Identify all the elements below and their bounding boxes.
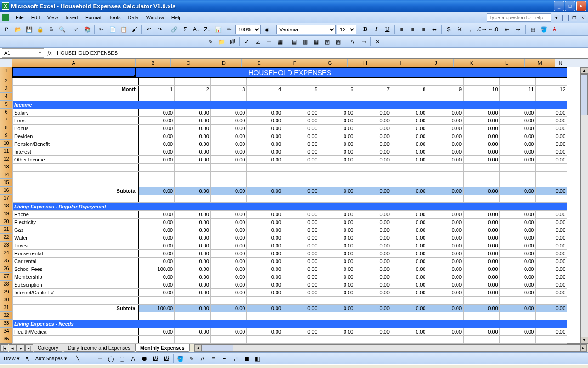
cell[interactable]: 8: [391, 86, 427, 93]
cell[interactable]: 0.00: [247, 281, 283, 289]
percent-icon[interactable]: %: [455, 24, 465, 34]
cell[interactable]: Health/Medical: [13, 328, 139, 336]
cell[interactable]: [13, 172, 139, 179]
cell[interactable]: 0.00: [138, 258, 175, 265]
help-dropdown-icon[interactable]: ▾: [554, 15, 560, 21]
cell[interactable]: [427, 179, 464, 187]
cell[interactable]: 0.00: [210, 140, 247, 148]
row-header[interactable]: 26: [0, 265, 12, 273]
cell[interactable]: 0.00: [536, 218, 567, 226]
cell[interactable]: [355, 336, 391, 344]
cell[interactable]: 0.00: [210, 132, 247, 140]
new-icon[interactable]: 🗋: [2, 24, 12, 34]
cell[interactable]: 0.00: [464, 250, 500, 258]
cell[interactable]: 0.00: [464, 148, 500, 156]
cell[interactable]: 0.00: [210, 109, 247, 117]
cell[interactable]: 1: [138, 86, 175, 93]
cell[interactable]: 0.00: [464, 328, 500, 336]
cell[interactable]: 0.00: [536, 273, 567, 281]
cell[interactable]: 0.00: [464, 234, 500, 242]
cell[interactable]: 0.00: [138, 187, 175, 195]
cell[interactable]: 0.00: [175, 109, 211, 117]
cell[interactable]: Electricity: [13, 218, 139, 226]
cell[interactable]: [13, 179, 139, 187]
column-header[interactable]: J: [418, 59, 454, 67]
cell[interactable]: [319, 164, 355, 172]
cell[interactable]: Gas: [13, 226, 139, 234]
sheet-tab-monthly[interactable]: Monthly Expenses: [135, 344, 190, 352]
cell[interactable]: [13, 297, 139, 305]
cell[interactable]: School Fees: [13, 265, 139, 273]
cell[interactable]: [283, 172, 319, 179]
scroll-right-icon[interactable]: ▸: [580, 345, 587, 351]
column-header[interactable]: M: [525, 59, 555, 67]
cell[interactable]: 0.00: [464, 109, 500, 117]
cell[interactable]: 0.00: [464, 289, 500, 297]
cell[interactable]: 0.00: [175, 305, 211, 312]
cell[interactable]: [319, 195, 355, 203]
cell[interactable]: 0.00: [210, 328, 247, 336]
cell[interactable]: 0.00: [427, 234, 464, 242]
cell[interactable]: [499, 336, 536, 344]
cell[interactable]: [138, 78, 175, 86]
cell[interactable]: 0.00: [391, 211, 427, 218]
cell[interactable]: [138, 164, 175, 172]
cell[interactable]: 0.00: [175, 187, 211, 195]
column-header[interactable]: C: [171, 59, 206, 67]
cell[interactable]: [355, 93, 391, 101]
cell[interactable]: 0.00: [355, 289, 391, 297]
menu-tools[interactable]: Tools: [105, 14, 124, 21]
cell[interactable]: [391, 78, 427, 86]
permission-icon[interactable]: 🔒: [35, 24, 45, 34]
fill-color-icon[interactable]: 🪣: [538, 24, 548, 34]
cell[interactable]: 0.00: [355, 140, 391, 148]
cell[interactable]: 0.00: [427, 218, 464, 226]
cell[interactable]: [210, 93, 247, 101]
cell[interactable]: 12: [536, 86, 567, 93]
cell[interactable]: [175, 195, 211, 203]
font-size-combo[interactable]: 12: [337, 25, 356, 34]
cell[interactable]: [247, 172, 283, 179]
cell[interactable]: 0.00: [319, 218, 355, 226]
row-header[interactable]: 11: [0, 148, 12, 155]
cell[interactable]: [138, 179, 175, 187]
cell[interactable]: 0.00: [499, 234, 536, 242]
cell[interactable]: 0.00: [319, 265, 355, 273]
cell[interactable]: 0.00: [138, 242, 175, 250]
sort-asc-icon[interactable]: A↓: [191, 24, 201, 34]
cell[interactable]: 0.00: [391, 156, 427, 164]
cell[interactable]: [13, 164, 139, 172]
cell[interactable]: [13, 78, 139, 86]
tb2-icon[interactable]: ▦: [275, 37, 285, 47]
drawing-icon[interactable]: ✏: [224, 24, 234, 34]
cell[interactable]: 0.00: [138, 117, 175, 125]
cell[interactable]: 0.00: [499, 281, 536, 289]
cell[interactable]: 0.00: [464, 218, 500, 226]
cell[interactable]: [210, 164, 247, 172]
cell[interactable]: [464, 164, 500, 172]
cell[interactable]: 0.00: [499, 258, 536, 265]
cell[interactable]: 0.00: [283, 148, 319, 156]
cell[interactable]: 0.00: [499, 289, 536, 297]
row-header[interactable]: 6: [0, 109, 12, 116]
cell[interactable]: 0.00: [283, 109, 319, 117]
cell[interactable]: [319, 93, 355, 101]
formula-input[interactable]: HOUSEHOLD EXPENSES: [55, 50, 588, 56]
cell[interactable]: 0.00: [536, 125, 567, 132]
cell[interactable]: 0.00: [536, 281, 567, 289]
cell[interactable]: 0.00: [355, 125, 391, 132]
save-icon[interactable]: 💾: [24, 24, 34, 34]
tab-nav-first-icon[interactable]: |◂: [0, 344, 8, 352]
cell[interactable]: 0.00: [138, 250, 175, 258]
cell[interactable]: 0.00: [355, 211, 391, 218]
cut-icon[interactable]: ✂: [96, 24, 107, 34]
tb2-icon[interactable]: ✎: [205, 37, 215, 47]
cell[interactable]: 0.00: [138, 289, 175, 297]
cell[interactable]: 0.00: [499, 117, 536, 125]
cell[interactable]: 0.00: [210, 226, 247, 234]
cell[interactable]: 0.00: [210, 258, 247, 265]
cell[interactable]: 0.00: [138, 273, 175, 281]
cell[interactable]: Other Income: [13, 156, 139, 164]
row-header[interactable]: 21: [0, 226, 12, 234]
cell[interactable]: 0.00: [210, 218, 247, 226]
